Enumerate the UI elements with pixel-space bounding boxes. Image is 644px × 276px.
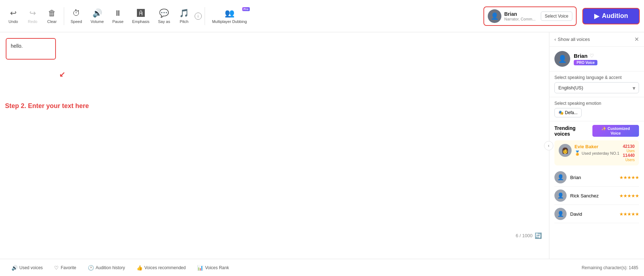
voice-list-item[interactable]: 👤 Rick Sanchez ★★★★★ <box>554 187 639 205</box>
emphasis-button[interactable]: 🅰 Emphasis <box>129 6 153 26</box>
badge-star-icon: 🏅 <box>574 150 580 156</box>
sidebar-close-button[interactable]: ✕ <box>634 36 639 43</box>
language-select-wrap: English(US) English(UK) Spanish <box>554 82 639 93</box>
text-editor[interactable]: hello. <box>6 38 56 60</box>
undo-label: Undo <box>9 19 18 24</box>
audition-label: Audition <box>602 12 628 20</box>
emotion-button[interactable]: 🎭 Defa... <box>554 108 582 117</box>
emphasis-label: Emphasis <box>132 19 149 24</box>
multiplayer-icon: 👥 <box>225 9 234 18</box>
undo-icon: ↩ <box>10 9 16 18</box>
favorite-icon: ♡ <box>54 265 59 271</box>
top-voice-details: Evie Baker 🏅 Used yesterday NO.1 <box>574 144 620 156</box>
used-voices-tab[interactable]: 🔊 Used voices <box>6 263 48 273</box>
used-voices-label: Used voices <box>19 265 43 270</box>
top-voice-avatar: 👩 <box>559 144 572 157</box>
emotion-label: Select speaking emotion <box>554 101 639 106</box>
pause-icon: ⏸ <box>114 9 122 18</box>
audition-history-label: Audition history <box>96 265 125 270</box>
trending-title: Trending voices <box>554 125 592 137</box>
speed-icon: ⏱ <box>72 9 80 18</box>
top-voice-card[interactable]: 👩 Evie Baker 🏅 Used yesterday NO.1 42130… <box>554 140 639 165</box>
speed-button[interactable]: ⏱ Speed <box>67 6 86 26</box>
clear-label: Clear <box>47 19 57 24</box>
info-label: i <box>197 14 198 18</box>
language-section: Select speaking language & accent Englis… <box>549 71 644 97</box>
redo-button[interactable]: ↪ Redo <box>24 6 42 26</box>
arrow-step2: ↙ <box>59 70 65 79</box>
sidebar-collapse-button[interactable]: ‹ <box>544 141 553 150</box>
voice-list-avatar: 👤 <box>554 190 567 202</box>
pro-voice-badge: PRO Voice <box>574 60 597 65</box>
voices-recommended-tab[interactable]: 👍 Voices recommended <box>131 263 191 273</box>
favorite-label: Favorite <box>61 265 76 270</box>
customized-voice-button[interactable]: ✨ Customized Voice <box>592 125 639 137</box>
rank-icon: 📊 <box>197 265 203 271</box>
voice-description: Narrator, Comm... <box>504 17 538 21</box>
select-voice-button[interactable]: Select Voice <box>541 11 572 21</box>
favorite-tab[interactable]: ♡ Favorite <box>48 263 82 273</box>
volume-button[interactable]: 🔊 Volume <box>87 6 108 26</box>
show-all-voices-button[interactable]: ‹ Show all voices <box>554 37 590 42</box>
sidebar-voice-info: 👤 Brian ♡ PRO Voice <box>549 47 644 71</box>
sidebar-name-row: Brian ♡ <box>574 53 597 59</box>
pitch-button[interactable]: 🎵 Pitch <box>175 6 193 26</box>
voice-info: Brian Narrator, Comm... <box>504 11 538 21</box>
multiplayer-button[interactable]: Pro 👥 Multiplayer Dubbing <box>208 6 251 26</box>
redo-label: Redo <box>28 19 37 24</box>
clear-button[interactable]: 🗑 Clear <box>43 6 61 26</box>
voice-avatar: 👤 <box>488 9 501 23</box>
history-icon: 🕐 <box>88 265 94 271</box>
sidebar-header: ‹ Show all voices ✕ <box>549 32 644 47</box>
sidebar-voice-name: Brian <box>574 53 587 59</box>
volume-label: Volume <box>91 19 104 24</box>
language-label: Select speaking language & accent <box>554 75 639 80</box>
favorite-icon[interactable]: ♡ <box>590 53 594 59</box>
sayas-icon: 💬 <box>159 9 169 18</box>
bottom-tabs: 🔊 Used voices ♡ Favorite 🕐 Audition hist… <box>6 263 235 273</box>
voice-list-item[interactable]: 👤 David ★★★★★ <box>554 205 639 223</box>
language-select[interactable]: English(US) English(UK) Spanish <box>554 82 639 93</box>
recommended-icon: 👍 <box>137 265 143 271</box>
audition-button[interactable]: ▶ Audition <box>582 8 640 24</box>
trending-header: Trending voices ✨ Customized Voice <box>554 125 639 137</box>
pause-label: Pause <box>113 19 124 24</box>
remaining-chars: Remaining character(s): 1485 <box>582 265 638 270</box>
pause-button[interactable]: ⏸ Pause <box>109 6 127 26</box>
audition-history-tab[interactable]: 🕐 Audition history <box>82 263 131 273</box>
editor-area: hello. ↙ Step 2. Enter your text here 6 … <box>0 32 549 259</box>
voices-rank-tab[interactable]: 📊 Voices Rank <box>191 263 235 273</box>
voice-selector[interactable]: 👤 Brian Narrator, Comm... Select Voice <box>483 6 577 26</box>
trending-section: Trending voices ✨ Customized Voice 👩 Evi… <box>549 121 644 259</box>
users-count: 11440 <box>623 153 635 158</box>
undo-button[interactable]: ↩ Undo <box>4 6 22 26</box>
info-button[interactable]: i <box>195 13 202 20</box>
sayas-label: Say as <box>158 19 170 24</box>
top-voice-name: Evie Baker <box>574 144 620 149</box>
sidebar-voice-row: 👤 Brian ♡ PRO Voice <box>554 51 639 67</box>
voice-list-avatar: 👤 <box>554 171 567 183</box>
voice-stars: ★★★★★ <box>619 175 639 180</box>
voice-list-item[interactable]: 👤 Brian ★★★★★ <box>554 168 639 187</box>
emotion-section: Select speaking emotion 🎭 Defa... <box>549 97 644 121</box>
voice-name: Brian <box>504 11 538 17</box>
multiplayer-label: Multiplayer Dubbing <box>212 19 247 24</box>
step2-annotation: Step 2. Enter your text here <box>5 102 89 110</box>
pitch-label: Pitch <box>180 19 188 24</box>
speed-label: Speed <box>71 19 82 24</box>
voice-list: 👤 Brian ★★★★★ 👤 Rick Sanchez ★★★★★ 👤 Dav… <box>554 168 639 223</box>
emphasis-icon: 🅰 <box>137 9 145 18</box>
volume-icon: 🔊 <box>92 9 102 18</box>
sidebar-avatar: 👤 <box>554 51 570 67</box>
top-voice-badge: 🏅 Used yesterday NO.1 <box>574 150 620 156</box>
voice-stars: ★★★★★ <box>619 193 639 198</box>
right-sidebar: ‹ Show all voices ✕ 👤 Brian ♡ PRO Voice … <box>549 32 644 259</box>
voices-rank-label: Voices Rank <box>205 265 229 270</box>
voice-stars: ★★★★★ <box>619 211 639 217</box>
char-count: 6 / 1000 🔄 <box>516 232 542 239</box>
clear-icon: 🗑 <box>48 9 56 18</box>
sayas-button[interactable]: 💬 Say as <box>154 6 174 26</box>
refresh-icon[interactable]: 🔄 <box>535 232 542 239</box>
sidebar-voice-details: Brian ♡ PRO Voice <box>574 53 597 65</box>
bottom-bar: 🔊 Used voices ♡ Favorite 🕐 Audition hist… <box>0 259 644 276</box>
